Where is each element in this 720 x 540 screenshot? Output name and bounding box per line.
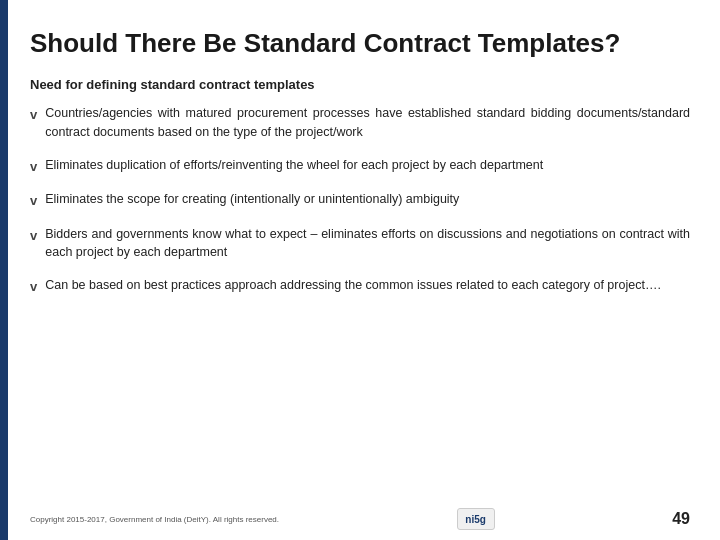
bullet-item-4: v Bidders and governments know what to e… [30, 225, 690, 263]
bullet-symbol-1: v [30, 105, 37, 125]
bullet-item-5: v Can be based on best practices approac… [30, 276, 690, 297]
bullet-symbol-5: v [30, 277, 37, 297]
bullet-item-2: v Eliminates duplication of efforts/rein… [30, 156, 690, 177]
bullet-symbol-4: v [30, 226, 37, 246]
slide: Should There Be Standard Contract Templa… [0, 0, 720, 540]
bullet-text-4: Bidders and governments know what to exp… [45, 225, 690, 263]
bullet-item-1: v Countries/agencies with matured procur… [30, 104, 690, 142]
bullet-list: v Countries/agencies with matured procur… [30, 104, 690, 297]
footer: Copyright 2015-2017, Government of India… [30, 508, 690, 530]
main-content: Should There Be Standard Contract Templa… [30, 0, 690, 297]
bullet-symbol-3: v [30, 191, 37, 211]
bullet-text-5: Can be based on best practices approach … [45, 276, 690, 295]
bullet-item-3: v Eliminates the scope for creating (int… [30, 190, 690, 211]
bullet-text-3: Eliminates the scope for creating (inten… [45, 190, 690, 209]
page-number: 49 [672, 510, 690, 528]
bullet-text-2: Eliminates duplication of efforts/reinve… [45, 156, 690, 175]
slide-subtitle: Need for defining standard contract temp… [30, 77, 690, 92]
footer-logo: ni5g [457, 508, 495, 530]
copyright-text: Copyright 2015-2017, Government of India… [30, 515, 279, 524]
left-accent-bar [0, 0, 8, 540]
bullet-symbol-2: v [30, 157, 37, 177]
bullet-text-1: Countries/agencies with matured procurem… [45, 104, 690, 142]
slide-title: Should There Be Standard Contract Templa… [30, 28, 690, 59]
logo-box: ni5g [457, 508, 495, 530]
logo-text: ni5g [465, 514, 486, 525]
